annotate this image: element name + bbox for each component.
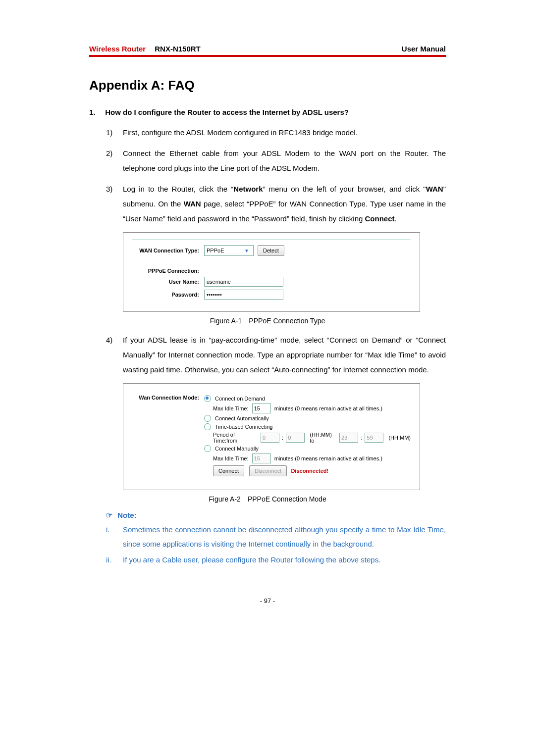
note-marker: ii. [106,553,123,567]
note-item-1: i. Sometimes the connection cannot be di… [106,523,446,551]
mode-time-based[interactable]: Time-based Connecting [204,423,411,430]
figure-a2-caption: Figure A-2 PPPoE Connection Mode [89,495,446,503]
period-from-mm [286,433,305,443]
period-to-hh [339,433,358,443]
idle-tail: minutes (0 means remain active at all ti… [274,455,382,461]
period-label: Period of Time:from [213,432,257,444]
figure-a1: WAN Connection Type: PPPoE ▼ Detect PPPo… [123,232,420,312]
step-marker: 4) [106,333,123,377]
connect-button-row: Connect Disconnect Disconnected! [213,465,411,476]
radio-icon [204,423,211,430]
question-text: How do I configure the Router to access … [105,108,349,116]
mode-connect-auto[interactable]: Connect Automatically [204,415,411,422]
note-marker: i. [106,523,123,551]
max-idle-row-2: Max Idle Time: minutes (0 means remain a… [213,454,411,463]
period-from-hh [261,433,279,443]
mode-label: Connect Manually [215,446,259,452]
disconnect-button[interactable]: Disconnect [249,465,287,476]
step-body: Log in to the Router, click the “Network… [123,182,446,226]
page-number: - 97 - [89,597,446,605]
step-marker: 1) [106,125,123,140]
step-3: 3) Log in to the Router, click the “Netw… [106,182,446,226]
idle-time-input-1[interactable] [252,403,271,413]
figure-a2: Wan Connection Mode: Connect on Demand M… [123,383,420,490]
password-label: Password: [132,292,204,298]
detect-button[interactable]: Detect [258,245,284,256]
note-text: If you are a Cable user, please configur… [123,553,380,567]
wan-type-select[interactable]: PPPoE ▼ [204,245,254,256]
step-marker: 3) [106,182,123,226]
idle-tail: minutes (0 means remain active at all ti… [274,405,382,411]
figure-divider [132,240,411,240]
note-text: Sometimes the connection cannot be disco… [123,523,446,551]
header-right: User Manual [402,45,446,53]
idle-label: Max Idle Time: [213,455,249,461]
note-label: Note: [117,511,136,519]
username-label: User Name: [132,279,204,285]
question-number: 1. [89,108,103,116]
period-to-mm [365,433,383,443]
password-input[interactable] [204,290,283,300]
header-left: Wireless Router RNX-N150RT [89,45,201,53]
note-item-2: ii. If you are a Cable user, please conf… [106,553,446,567]
wan-mode-label: Wan Connection Mode: [132,394,204,401]
step-body: Connect the Ethernet cable from your ADS… [123,146,446,176]
max-idle-row-1: Max Idle Time: minutes (0 means remain a… [213,403,411,413]
header-rule [89,55,446,57]
step-4: 4) If your ADSL lease is in “pay-accordi… [106,333,446,377]
time-period-row: Period of Time:from : (HH:MM) to : (HH:M… [213,432,411,444]
hhmm-to-label: (HH:MM) to [310,432,336,444]
connection-status: Disconnected! [291,468,328,474]
wan-type-value: PPPoE [207,248,224,253]
mode-connect-manual[interactable]: Connect Manually [204,445,411,452]
step-body: If your ADSL lease is in “pay-according-… [123,333,446,377]
step-marker: 2) [106,146,123,176]
radio-icon [204,415,211,422]
step-2: 2) Connect the Ethernet cable from your … [106,146,446,176]
username-input[interactable] [204,277,283,287]
mode-label: Connect Automatically [215,415,269,421]
step-body: First, configure the ADSL Modem configur… [123,125,446,140]
pointing-hand-icon: ☞ [106,511,112,519]
model-text: RNX-N150RT [148,45,201,53]
radio-icon [204,445,211,452]
mode-connect-demand[interactable]: Connect on Demand [204,395,411,402]
chevron-down-icon: ▼ [242,246,251,255]
idle-time-input-2 [252,454,271,463]
page-header: Wireless Router RNX-N150RT User Manual [89,45,446,55]
mode-label: Time-based Connecting [215,424,272,430]
connect-button[interactable]: Connect [213,465,244,476]
idle-label: Max Idle Time: [213,405,249,411]
hhmm-label: (HH:MM) [388,435,411,441]
brand-text: Wireless Router [89,45,146,53]
page-title: Appendix A: FAQ [89,78,446,93]
note-heading: ☞ Note: [106,511,446,520]
figure-a1-caption: Figure A-1 PPPoE Connection Type [89,317,446,325]
pppoe-connection-label: PPPoE Connection: [132,268,204,274]
step-1: 1) First, configure the ADSL Modem confi… [106,125,446,140]
faq-question: 1. How do I configure the Router to acce… [89,108,446,116]
wan-type-label: WAN Connection Type: [132,248,204,253]
mode-label: Connect on Demand [215,396,265,402]
radio-icon [204,395,211,402]
